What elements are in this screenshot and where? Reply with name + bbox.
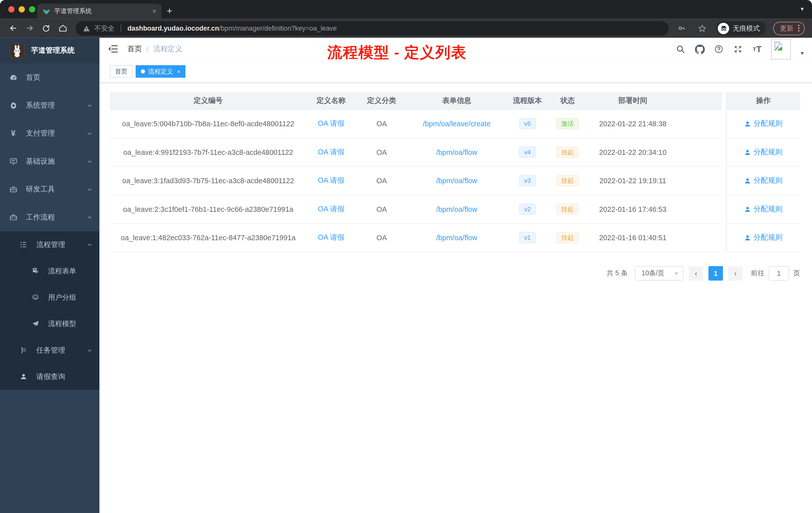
version-badge: v2 bbox=[519, 204, 536, 215]
security-label[interactable]: 不安全 bbox=[94, 24, 114, 33]
page-size-select[interactable]: 10条/页 ▼ bbox=[635, 266, 684, 280]
close-window-button[interactable] bbox=[8, 6, 14, 12]
sidebar-item-user-group[interactable]: 用户分组 bbox=[0, 284, 99, 310]
version-badge: v5 bbox=[519, 118, 536, 129]
new-tab-button[interactable]: + bbox=[167, 5, 172, 17]
sidebar-toggle-hamburger-icon[interactable] bbox=[108, 43, 119, 55]
form-link[interactable]: /bpm/oa/flow bbox=[436, 176, 477, 185]
page-number-1[interactable]: 1 bbox=[708, 266, 723, 280]
passwords-key-icon[interactable] bbox=[675, 22, 688, 35]
address-bar[interactable]: 不安全 dashboard.yudao.iocoder.cn/bpm/manag… bbox=[76, 21, 669, 36]
column-header: 状态 bbox=[549, 96, 586, 105]
deploy-time-cell: 2022-01-22 20:34:10 bbox=[586, 148, 679, 156]
search-icon[interactable] bbox=[675, 44, 686, 54]
form-link[interactable]: /bpm/oa/flow bbox=[436, 205, 477, 213]
sidebar-item-process-model[interactable]: 流程模型 bbox=[0, 311, 99, 337]
definition-category-cell: OA bbox=[356, 205, 407, 213]
navbar-right-icons: TT ▼ bbox=[675, 39, 805, 60]
assign-rule-link[interactable]: 分配规则 bbox=[744, 119, 783, 128]
sidebar-item-devtools[interactable]: 研发工具 bbox=[0, 175, 99, 203]
home-button[interactable] bbox=[56, 22, 69, 35]
definition-category-cell: OA bbox=[356, 148, 407, 156]
help-icon[interactable] bbox=[714, 44, 724, 54]
definition-id-cell: oa_leave:2:3c1f0ef1-76b1-11ec-9c66-a2380… bbox=[110, 205, 307, 213]
avatar[interactable] bbox=[771, 39, 791, 60]
definition-name-cell: OA 请假 bbox=[307, 176, 356, 185]
browser-update-button[interactable]: 更新 bbox=[773, 22, 805, 35]
definition-table: 定义编号 定义名称 定义分类 表单信息 流程版本 状态 部署时间 oa_leav… bbox=[110, 92, 800, 252]
chevron-up-icon bbox=[87, 242, 92, 247]
assign-rule-link[interactable]: 分配规则 bbox=[744, 205, 783, 214]
sidebar-item-system[interactable]: 系统管理 bbox=[0, 92, 99, 119]
sidebar-item-label: 流程表单 bbox=[48, 266, 92, 276]
sidebar-item-process-form[interactable]: 流程表单 bbox=[0, 258, 99, 284]
sidebar: 芋道管理系统 首页 系统管理 ¥ 支付管理 bbox=[0, 38, 99, 513]
page-unit-label: 页 bbox=[793, 269, 800, 278]
minimize-window-button[interactable] bbox=[19, 6, 25, 12]
next-page-button[interactable]: › bbox=[728, 266, 743, 280]
zoom-window-button[interactable] bbox=[29, 6, 35, 12]
incognito-label: 无痕模式 bbox=[733, 24, 759, 33]
breadcrumb-separator: / bbox=[147, 45, 149, 53]
back-button[interactable] bbox=[6, 22, 20, 35]
tag-label: 首页 bbox=[115, 67, 127, 76]
definition-name-link[interactable]: OA 请假 bbox=[318, 205, 345, 214]
sidebar-item-process-mgmt[interactable]: 流程管理 bbox=[0, 232, 99, 258]
broken-image-icon bbox=[773, 40, 784, 52]
assign-rule-link[interactable]: 分配规则 bbox=[744, 148, 783, 157]
definition-name-link[interactable]: OA 请假 bbox=[318, 119, 345, 128]
form-link[interactable]: /bpm/oa/leave/create bbox=[423, 119, 491, 128]
url-text[interactable]: dashboard.yudao.iocoder.cn/bpm/manager/d… bbox=[127, 24, 337, 32]
definition-name-link[interactable]: OA 请假 bbox=[318, 148, 345, 157]
not-secure-warning-icon[interactable] bbox=[83, 25, 90, 31]
status-cell: 挂起 bbox=[549, 175, 586, 186]
tag-process-definition[interactable]: 流程定义 × bbox=[136, 65, 185, 78]
column-header: 定义编号 bbox=[110, 96, 307, 105]
tab-close-icon[interactable]: × bbox=[152, 7, 156, 15]
tag-close-icon[interactable]: × bbox=[177, 68, 180, 74]
chevron-up-icon bbox=[87, 215, 92, 220]
assign-rule-link[interactable]: 分配规则 bbox=[744, 233, 783, 242]
definition-name-link[interactable]: OA 请假 bbox=[318, 176, 345, 185]
font-size-icon[interactable]: TT bbox=[752, 44, 762, 54]
bookmark-star-icon[interactable] bbox=[696, 22, 709, 35]
form-link[interactable]: /bpm/oa/flow bbox=[436, 233, 477, 242]
sidebar-item-payment[interactable]: ¥ 支付管理 bbox=[0, 119, 99, 147]
table-body: oa_leave:5:004b710b-7b8a-11ec-8ef0-acde4… bbox=[110, 110, 722, 252]
sidebar-item-workflow[interactable]: 工作流程 bbox=[0, 204, 99, 232]
tab-search-caret-icon[interactable]: ▼ bbox=[800, 6, 805, 12]
fullscreen-icon[interactable] bbox=[733, 44, 743, 54]
github-icon[interactable] bbox=[695, 44, 705, 54]
person-icon bbox=[744, 234, 751, 241]
assign-rule-link[interactable]: 分配规则 bbox=[744, 176, 783, 185]
toolbar-right-cluster: 无痕模式 更新 bbox=[675, 21, 806, 36]
status-cell: 挂起 bbox=[549, 204, 586, 215]
browser-menu-icon[interactable] bbox=[798, 25, 800, 32]
definition-name-link[interactable]: OA 请假 bbox=[318, 233, 345, 242]
sidebar-menu: 首页 系统管理 ¥ 支付管理 基础设施 bbox=[0, 64, 99, 390]
form-link[interactable]: /bpm/oa/flow bbox=[436, 148, 477, 156]
breadcrumb-home[interactable]: 首页 bbox=[127, 44, 142, 54]
browser-window: 芋道管理系统 × + ▼ 不安全 dashboard.yudao.iocoder… bbox=[0, 0, 812, 513]
sidebar-logo[interactable]: 芋道管理系统 bbox=[0, 38, 99, 64]
table-main: 定义编号 定义名称 定义分类 表单信息 流程版本 状态 部署时间 oa_leav… bbox=[110, 92, 722, 252]
avatar-dropdown-caret-icon[interactable]: ▼ bbox=[800, 50, 805, 56]
breadcrumb-current: 流程定义 bbox=[153, 44, 182, 54]
forward-button[interactable] bbox=[23, 22, 36, 35]
prev-page-button[interactable]: ‹ bbox=[689, 266, 703, 280]
tag-home[interactable]: 首页 bbox=[110, 65, 133, 78]
person-icon bbox=[744, 149, 751, 156]
version-badge: v3 bbox=[519, 175, 536, 186]
goto-page-input[interactable] bbox=[768, 266, 789, 280]
sidebar-item-task-mgmt[interactable]: 任务管理 bbox=[0, 337, 99, 363]
browser-tab[interactable]: 芋道管理系统 × bbox=[37, 3, 162, 19]
tags-view-bar: 首页 流程定义 × bbox=[99, 60, 812, 83]
column-header: 表单信息 bbox=[407, 96, 506, 105]
sidebar-item-home[interactable]: 首页 bbox=[0, 64, 99, 92]
column-header: 定义分类 bbox=[356, 96, 407, 105]
monitor-icon bbox=[9, 157, 18, 166]
sidebar-item-infra[interactable]: 基础设施 bbox=[0, 148, 99, 175]
sidebar-item-leave-query[interactable]: 请假查询 bbox=[0, 363, 99, 390]
reload-button[interactable] bbox=[39, 22, 53, 35]
chevron-down-icon bbox=[87, 131, 92, 136]
